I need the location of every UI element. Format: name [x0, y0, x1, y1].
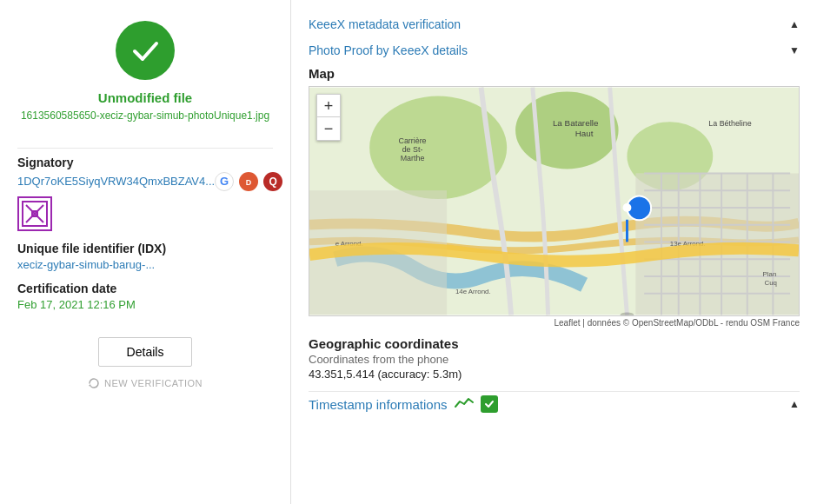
svg-point-8 [515, 92, 619, 169]
svg-text:Cuq: Cuq [764, 279, 776, 287]
social-icons: G D Q [215, 172, 282, 191]
svg-text:La Batarelle: La Batarelle [553, 118, 599, 128]
status-label: Unmodified file [98, 90, 192, 105]
google-icon[interactable]: G [215, 172, 234, 191]
map-zoom-out-button[interactable]: − [317, 117, 340, 140]
timestamp-title[interactable]: Timestamp informations [309, 397, 448, 412]
refresh-icon [88, 377, 100, 389]
chart-trend-icon [455, 396, 474, 412]
divider-1 [17, 148, 273, 149]
metadata-arrow-up[interactable]: ▲ [789, 18, 800, 30]
duckduckgo-icon[interactable]: D [239, 172, 258, 191]
new-verification-label: NEW VERIFICATION [104, 378, 203, 388]
svg-text:D: D [246, 178, 252, 187]
timestamp-row: Timestamp informations ▲ [309, 391, 800, 416]
signatory-value: 1DQr7oKE5SiyqVRW34QmxBBZAV4... [17, 175, 215, 188]
map-attribution: Leaflet | données © OpenStreetMap/ODbL -… [309, 318, 800, 328]
keeex-logo-icon [17, 196, 52, 231]
metadata-header: KeeeX metadata verification ▲ [309, 14, 800, 35]
unique-id-value: xeciz-gybar-simub-barug-... [17, 258, 273, 271]
svg-text:14e Arrond.: 14e Arrond. [455, 288, 491, 295]
svg-point-38 [623, 203, 632, 212]
signatory-row: 1DQr7oKE5SiyqVRW34QmxBBZAV4... G D Q [17, 172, 273, 191]
timestamp-check-icon [481, 395, 498, 413]
svg-text:Haut: Haut [575, 129, 594, 138]
photo-proof-header: Photo Proof by KeeeX details ▼ [309, 40, 800, 61]
geo-section: Geographic coordinates Coordinates from … [309, 336, 800, 381]
svg-text:Carrière: Carrière [398, 136, 426, 145]
certification-section: Certification date Feb 17, 2021 12:16 PM [17, 282, 273, 311]
photo-proof-arrow-down[interactable]: ▼ [789, 44, 800, 56]
metadata-link[interactable]: KeeeX metadata verification [309, 17, 461, 31]
svg-text:de St-: de St- [402, 145, 423, 154]
svg-text:La Bétheline: La Bétheline [708, 119, 751, 128]
new-verification-button[interactable]: NEW VERIFICATION [88, 377, 203, 389]
svg-text:Marthe: Marthe [401, 154, 425, 162]
map-label: Map [309, 66, 800, 81]
unique-id-label: Unique file identifier (IDX) [17, 242, 273, 255]
unique-id-section: Unique file identifier (IDX) xeciz-gybar… [17, 242, 273, 271]
quora-icon[interactable]: Q [263, 172, 282, 191]
map-svg: Carrière de St- Marthe La Batarelle Haut… [309, 87, 799, 315]
signatory-label: Signatory [17, 156, 273, 169]
map-zoom-in-button[interactable]: + [317, 95, 340, 117]
attribution-text: Leaflet | données © OpenStreetMap/ODbL -… [554, 318, 800, 328]
timestamp-left: Timestamp informations [309, 395, 498, 413]
cert-value: Feb 17, 2021 12:16 PM [17, 298, 273, 311]
signatory-section: Signatory 1DQr7oKE5SiyqVRW34QmxBBZAV4...… [17, 156, 273, 231]
geo-coords: 43.351,5.414 (accuracy: 5.3m) [309, 368, 800, 381]
details-button[interactable]: Details [98, 337, 193, 367]
filename-label: 1613560585650-xeciz-gybar-simub-photoUni… [21, 109, 269, 123]
geo-subtitle: Coordinates from the phone [309, 353, 800, 366]
left-panel: Unmodified file 1613560585650-xeciz-gyba… [0, 0, 291, 504]
svg-text:Plan: Plan [763, 270, 777, 278]
right-panel: KeeeX metadata verification ▲ Photo Proo… [291, 0, 817, 504]
map-container[interactable]: Carrière de St- Marthe La Batarelle Haut… [309, 86, 800, 316]
photo-proof-link[interactable]: Photo Proof by KeeeX details [309, 43, 468, 57]
geo-title: Geographic coordinates [309, 336, 800, 351]
timestamp-arrow-up[interactable]: ▲ [789, 398, 800, 410]
verified-icon [116, 21, 175, 80]
cert-label: Certification date [17, 282, 273, 295]
map-controls: + − [316, 94, 341, 141]
